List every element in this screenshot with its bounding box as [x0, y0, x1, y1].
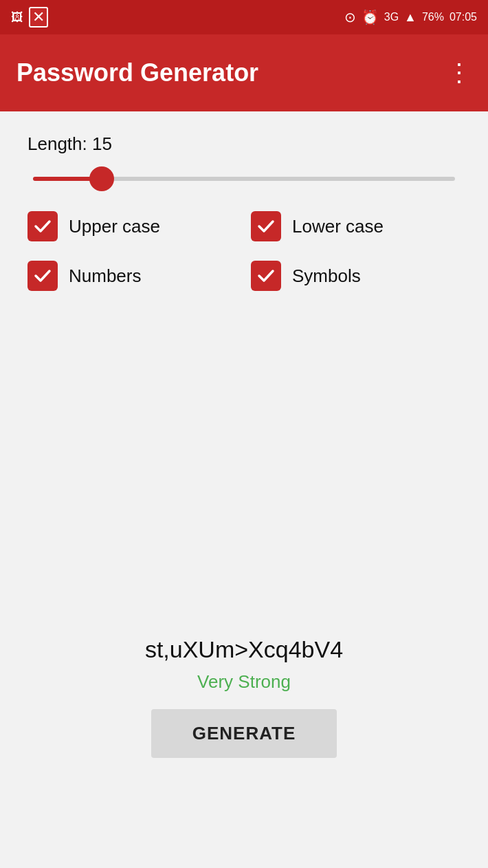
notification-close-icon: ✕ — [29, 7, 48, 28]
checkmark-icon — [33, 217, 52, 236]
checkbox-item-upper-case: Upper case — [27, 211, 237, 241]
checkbox-item-numbers: Numbers — [27, 261, 237, 291]
status-bar-left: 🖼 ✕ — [11, 7, 48, 28]
symbols-checkbox[interactable] — [251, 261, 281, 291]
main-content: Length: 15 Upper case Lower case — [0, 111, 488, 291]
checkmark-icon — [256, 217, 276, 236]
symbols-label: Symbols — [292, 265, 361, 287]
slider-container — [27, 171, 461, 184]
network-indicator: 3G — [384, 11, 399, 23]
lower-case-checkbox[interactable] — [251, 211, 281, 241]
time-display: 07:05 — [450, 11, 477, 23]
checkbox-item-symbols: Symbols — [251, 261, 461, 291]
status-bar: 🖼 ✕ ⊙ ⏰ 3G ▲ 76% 07:05 — [0, 0, 488, 34]
hotspot-icon: ⊙ — [344, 9, 356, 25]
checkmark-icon — [33, 266, 52, 285]
app-title: Password Generator — [16, 58, 258, 87]
password-area: st,uXUm>Xcq4bV4 Very Strong GENERATE — [0, 636, 488, 758]
generate-button[interactable]: GENERATE — [151, 709, 337, 758]
battery-level: 76% — [422, 11, 444, 23]
length-label: Length: 15 — [27, 133, 461, 155]
more-options-icon[interactable]: ⋮ — [447, 58, 472, 87]
checkbox-grid: Upper case Lower case Numbers — [27, 211, 461, 291]
lower-case-label: Lower case — [292, 216, 384, 237]
notification-image-icon: 🖼 — [11, 10, 23, 25]
numbers-checkbox[interactable] — [27, 261, 58, 291]
signal-icon: ▲ — [404, 10, 417, 25]
upper-case-label: Upper case — [69, 216, 160, 237]
generated-password: st,uXUm>Xcq4bV4 — [145, 636, 343, 663]
strength-indicator: Very Strong — [197, 671, 291, 693]
app-bar: Password Generator ⋮ — [0, 34, 488, 111]
length-slider[interactable] — [33, 177, 455, 181]
upper-case-checkbox[interactable] — [27, 211, 58, 241]
alarm-icon: ⏰ — [362, 9, 379, 25]
numbers-label: Numbers — [69, 265, 141, 287]
checkbox-item-lower-case: Lower case — [251, 211, 461, 241]
checkmark-icon — [256, 266, 276, 285]
